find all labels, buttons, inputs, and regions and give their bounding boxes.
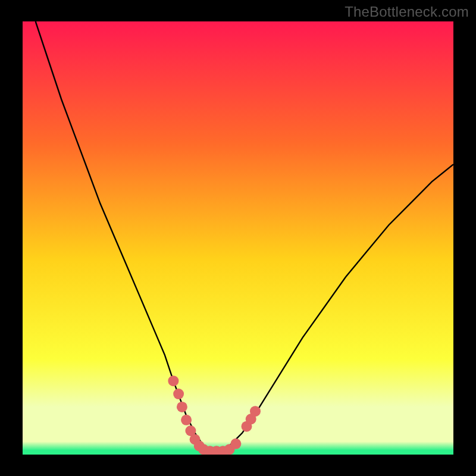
gradient-background — [23, 21, 453, 455]
chart-frame: TheBottleneck.com — [0, 0, 476, 476]
chart-svg — [23, 21, 453, 455]
curve-marker — [168, 375, 178, 386]
curve-marker — [177, 402, 187, 412]
curve-marker — [181, 415, 192, 425]
curve-marker — [173, 389, 184, 399]
watermark-text: TheBottleneck.com — [345, 4, 469, 20]
curve-marker — [250, 406, 261, 416]
curve-marker — [230, 439, 241, 449]
plot-area — [23, 21, 453, 455]
